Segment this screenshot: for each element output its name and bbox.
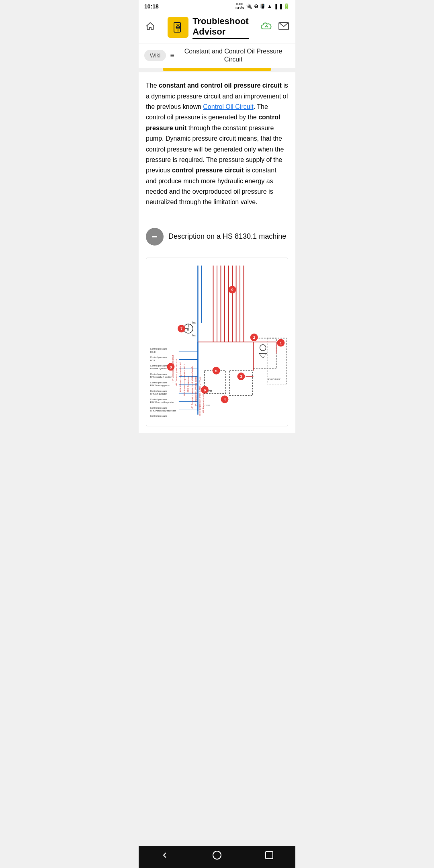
svg-text:RFK Mooring pump: RFK Mooring pump xyxy=(150,384,170,387)
svg-text:Control pressure: Control pressure xyxy=(150,381,167,384)
svg-text:4: 4 xyxy=(223,397,226,401)
svg-text:1: 1 xyxy=(280,341,282,345)
bold-circuit-name: constant and control oil pressure circui… xyxy=(159,82,282,89)
svg-text:RFX: Force to stop limitation : RFX: Force to stop limitation HG I xyxy=(179,360,182,392)
svg-text:A-frame cylinder: A-frame cylinder xyxy=(150,367,167,370)
svg-text:HP: Constant pressure circuit: HP: Constant pressure circuit xyxy=(175,358,178,386)
accent-bar xyxy=(163,68,271,71)
logo-icon-box xyxy=(168,17,188,38)
svg-text:HP: High pressure water pumps : HP: High pressure water pumps DYNASET xyxy=(199,375,201,416)
svg-text:2: 2 xyxy=(253,335,255,340)
header-actions xyxy=(261,22,289,33)
wiki-button[interactable]: Wiki xyxy=(144,50,166,61)
svg-text:A10VO DRG.1: A10VO DRG.1 xyxy=(268,378,282,381)
svg-text:RFK Prep. milling cutter: RFK Prep. milling cutter xyxy=(150,401,174,403)
svg-text:Control pressure: Control pressure xyxy=(150,390,167,392)
battery-icon: 🔋 xyxy=(283,3,290,9)
svg-point-2 xyxy=(178,31,179,32)
signal-icon: ▐ xyxy=(274,4,277,9)
status-time: 10:18 xyxy=(144,3,159,10)
logo-title-line1: Troubleshoot xyxy=(192,16,248,27)
svg-point-4 xyxy=(177,27,179,28)
logo-title-line2: Advisor xyxy=(192,27,248,37)
article-body: The constant and control oil pressure ci… xyxy=(146,80,288,208)
section-header[interactable]: − Description on a HS 8130.1 machine xyxy=(146,228,288,246)
menu-icon[interactable]: ≡ xyxy=(170,51,174,60)
svg-text:Control pressure: Control pressure xyxy=(150,406,167,409)
control-oil-circuit-link[interactable]: Control Oil Circuit xyxy=(203,103,253,110)
mail-icon[interactable] xyxy=(278,22,289,33)
svg-text:g: g xyxy=(187,327,189,331)
svg-text:7: 7 xyxy=(180,326,182,331)
svg-text:Control pressure: Control pressure xyxy=(150,348,167,350)
network-speed: 0.00 KB/S xyxy=(235,2,244,10)
home-icon[interactable] xyxy=(145,21,156,34)
collapse-button[interactable]: − xyxy=(146,228,164,246)
svg-text:9: 9 xyxy=(231,287,233,292)
svg-text:Control pressure: Control pressure xyxy=(150,364,167,367)
nfc-icon: 🔌 xyxy=(246,3,252,9)
svg-text:Control pressure: Control pressure xyxy=(150,356,167,358)
svg-text:RFK Lift cylinder: RFK Lift cylinder xyxy=(150,393,167,395)
section-title: Description on a HS 8130.1 machine xyxy=(168,232,286,241)
svg-text:HG I: HG I xyxy=(150,359,155,361)
svg-text:RFK supply X-section: RFK supply X-section xyxy=(150,376,172,378)
wifi-icon: ▲ xyxy=(267,3,272,9)
logo-text: Troubleshoot Advisor xyxy=(192,16,248,39)
vibrate-icon: 📳 xyxy=(260,4,266,9)
diagram-container: Control pressure HG II Control pressure … xyxy=(146,258,288,426)
app-logo: Troubleshoot Advisor xyxy=(168,16,248,39)
svg-text:HP: Constant pressure circuit : HP: Constant pressure circuit additional… xyxy=(191,366,193,409)
page-title-text: Constant and Control Oil Pressure Circui… xyxy=(177,47,290,64)
bold-cpu: control pressure unit xyxy=(146,114,280,131)
svg-text:bar: bar xyxy=(192,334,197,337)
page-title-right: ≡ Constant and Control Oil Pressure Circ… xyxy=(170,47,290,64)
page-title-bar: Wiki ≡ Constant and Control Oil Pressure… xyxy=(139,43,295,68)
svg-text:RFK Partial flow fine filter: RFK Partial flow fine filter xyxy=(150,409,176,412)
svg-text:RFX: Compressor: RFX: Compressor xyxy=(187,375,189,392)
svg-text:8: 8 xyxy=(170,364,172,369)
svg-text:Control pressure: Control pressure xyxy=(150,415,167,417)
status-icons: 0.00 KB/S 🔌 ⊖ 📳 ▲ ▐ ▐ 🔋 xyxy=(235,2,290,10)
cloud-sync-icon[interactable] xyxy=(261,22,272,33)
bold-cpc: control pressure circuit xyxy=(172,167,244,174)
svg-text:3: 3 xyxy=(240,374,242,379)
content-area: The constant and control oil pressure ci… xyxy=(139,72,295,433)
svg-text:5: 5 xyxy=(215,368,217,373)
dnd-icon: ⊖ xyxy=(254,3,258,9)
app-header: Troubleshoot Advisor xyxy=(139,12,295,43)
logo-underline xyxy=(192,38,248,39)
svg-text:Control pressure: Control pressure xyxy=(150,398,167,400)
svg-text:6: 6 xyxy=(204,388,206,392)
hydraulic-diagram: Control pressure HG II Control pressure … xyxy=(146,258,288,426)
signal-icon2: ▐ xyxy=(278,4,282,9)
svg-text:HG II: HG II xyxy=(150,350,156,353)
svg-text:bar: bar xyxy=(192,321,197,324)
svg-text:Control pressure: Control pressure xyxy=(150,373,167,375)
status-bar: 10:18 0.00 KB/S 🔌 ⊖ 📳 ▲ ▐ ▐ 🔋 xyxy=(139,0,295,12)
svg-text:TES3: TES3 xyxy=(205,404,210,407)
svg-text:HP: Preparation Elevating cabi: HP: Preparation Elevating cabine xyxy=(194,376,197,407)
svg-text:RFX: Force to stop limitation : RFX: Force to stop limitation HG II xyxy=(183,364,186,396)
